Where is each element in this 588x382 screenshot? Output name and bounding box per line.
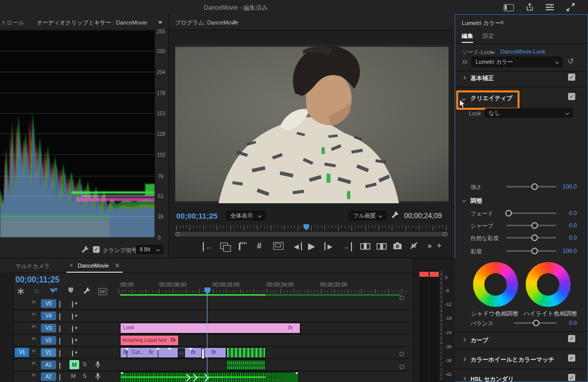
clip-audio-a2[interactable] [120, 372, 299, 382]
scroll-handle-top[interactable] [399, 296, 404, 300]
section-color-wheels[interactable]: カラーホイールとカラーマッチ [471, 356, 554, 364]
vibrance-knob[interactable] [531, 234, 538, 241]
goto-out-icon[interactable]: → [341, 242, 352, 251]
sync-lock-icon[interactable] [59, 338, 60, 345]
nest-sequence-icon[interactable] [17, 288, 24, 295]
clip-audio-a1[interactable] [226, 360, 266, 370]
monitor-settings-wrench-icon[interactable] [391, 211, 399, 219]
program-scrubber[interactable] [169, 223, 455, 238]
tab-multicam[interactable]: マルチカメラ [15, 262, 50, 270]
intensity-knob[interactable] [531, 183, 538, 190]
balance-value[interactable]: 0.0 [558, 320, 577, 326]
section-curves[interactable]: カーブ [471, 337, 488, 344]
clip-v1-sequence[interactable]: fx Cut... fx fx fx [120, 347, 226, 358]
play-icon[interactable]: ▶ [308, 241, 315, 252]
clip-green-bars[interactable] [226, 347, 266, 358]
shadow-tint-wheel[interactable] [473, 262, 518, 307]
color-wheels-checkbox[interactable]: ✓ [568, 354, 575, 362]
mute-button-a1[interactable]: M [69, 360, 79, 369]
clip-morphing-liquid[interactable]: Morphing Liquid Mot... fx [120, 335, 179, 346]
clip-look[interactable]: Look fx [120, 323, 300, 333]
sharpen-value[interactable]: 0.0 [558, 222, 577, 228]
reset-effect-icon[interactable]: ↺ [568, 57, 574, 66]
track-visibility-eye-icon[interactable] [72, 301, 73, 308]
mute-button-a2[interactable]: M [71, 373, 76, 379]
fullscreen-icon[interactable] [566, 3, 575, 12]
extract-icon[interactable] [377, 242, 387, 250]
effect-select[interactable]: Lumetri カラー [472, 57, 562, 67]
sync-lock-icon[interactable] [59, 313, 60, 320]
tab-edit[interactable]: 編集 [462, 32, 473, 43]
intensity-value[interactable]: 100.0 [558, 183, 577, 189]
trim-ruler-icon[interactable] [239, 242, 248, 251]
scrub-handle-right[interactable] [443, 232, 448, 236]
more-buttons-icon[interactable]: » [428, 242, 432, 250]
track-visibility-eye-icon[interactable] [72, 350, 73, 357]
scroll-handle-mid[interactable] [399, 352, 404, 356]
tab-program[interactable]: プログラム: DanceMovie [175, 19, 239, 27]
fade-value[interactable]: 0.0 [558, 210, 577, 216]
fade-slider[interactable] [506, 212, 556, 214]
quick-export-icon[interactable] [545, 3, 555, 11]
fade-knob[interactable] [505, 210, 512, 217]
tab-settings[interactable]: 設定 [483, 32, 494, 40]
panel-overflow-icon[interactable]: » [158, 18, 162, 26]
scroll-handle-bottom[interactable] [399, 365, 404, 369]
scope-settings-wrench-icon[interactable] [81, 246, 89, 254]
creative-checkbox[interactable]: ✓ [568, 93, 575, 100]
intensity-slider[interactable] [506, 186, 556, 187]
step-forward-icon[interactable]: ▶ [324, 242, 335, 250]
tab-effect-controls-partial[interactable]: トロール [1, 19, 24, 27]
solo-button-a1[interactable]: S [83, 361, 86, 367]
timeline-timecode[interactable]: 00;00;11;25 [15, 275, 59, 284]
highlight-tint-wheel[interactable] [526, 262, 571, 307]
button-editor-plus-icon[interactable]: + [437, 241, 442, 251]
vibrance-slider[interactable] [506, 237, 556, 238]
global-fx-mute-icon[interactable]: fx [410, 243, 417, 249]
share-icon[interactable] [525, 3, 534, 12]
source-look-link[interactable]: DanceMovie-Look [500, 49, 546, 55]
solo-button-a2[interactable]: S [83, 373, 86, 379]
adjust-group-label[interactable]: 調整 [471, 197, 482, 205]
track-badge-v5[interactable]: V5 [41, 299, 56, 308]
track-badge-v3[interactable]: V3 [41, 324, 56, 332]
workspace-icon[interactable] [504, 4, 514, 11]
timeline-settings-wrench-icon[interactable] [83, 287, 90, 295]
panel-menu-icon[interactable]: ≡ [500, 19, 504, 26]
track-badge-v4[interactable]: V4 [41, 312, 56, 320]
sync-lock-icon[interactable] [59, 301, 60, 308]
track-visibility-eye-icon[interactable] [72, 313, 73, 320]
track-visibility-eye-icon[interactable] [72, 338, 73, 345]
mic-voiceover-icon[interactable] [95, 373, 101, 380]
basic-correction-checkbox[interactable]: ✓ [568, 74, 575, 81]
scrub-handle-left[interactable] [175, 232, 180, 236]
timeline-ruler[interactable]: ;00;00 00;00;08;00 00;00;16;00 00;00;24;… [119, 278, 409, 297]
playback-quality-select[interactable]: フル画質 [349, 211, 386, 220]
mic-voiceover-icon[interactable] [95, 361, 101, 369]
track-badge-v2[interactable]: V2 [41, 336, 56, 345]
lift-icon[interactable] [360, 242, 370, 250]
chevron-right-icon[interactable] [462, 377, 466, 380]
step-back-icon[interactable]: ◀ [292, 242, 302, 250]
snap-magnet-icon[interactable]: ∩ [34, 286, 39, 295]
saturation-slider[interactable] [506, 250, 556, 252]
close-tab-icon[interactable]: × [69, 262, 73, 269]
balance-knob[interactable] [533, 320, 539, 326]
saturation-knob[interactable] [531, 248, 538, 254]
captions-icon[interactable]: CC [98, 288, 107, 295]
sharpen-slider[interactable] [506, 225, 556, 226]
saturation-value[interactable]: 100.0 [558, 248, 577, 254]
track-badge-v1[interactable]: V1 [41, 348, 56, 357]
goto-in-icon[interactable]: ← [203, 242, 214, 251]
tab-audio-clip-mixer[interactable]: オーディオクリップミキサー : DanceMovie [37, 19, 147, 27]
panel-menu-icon[interactable]: ≡ [232, 18, 236, 26]
sync-lock-icon[interactable] [59, 350, 60, 357]
sharpen-knob[interactable] [531, 222, 538, 229]
linked-selection-icon[interactable] [49, 288, 58, 295]
section-basic-correction[interactable]: 基本補正 [471, 75, 494, 82]
sync-lock-icon[interactable] [59, 325, 60, 332]
look-select[interactable]: なし [485, 108, 573, 117]
vibrance-value[interactable]: 0.0 [558, 234, 577, 241]
section-hsl-secondary[interactable]: HSL セカンダリ [471, 375, 514, 382]
sync-lock-icon[interactable] [59, 374, 60, 381]
